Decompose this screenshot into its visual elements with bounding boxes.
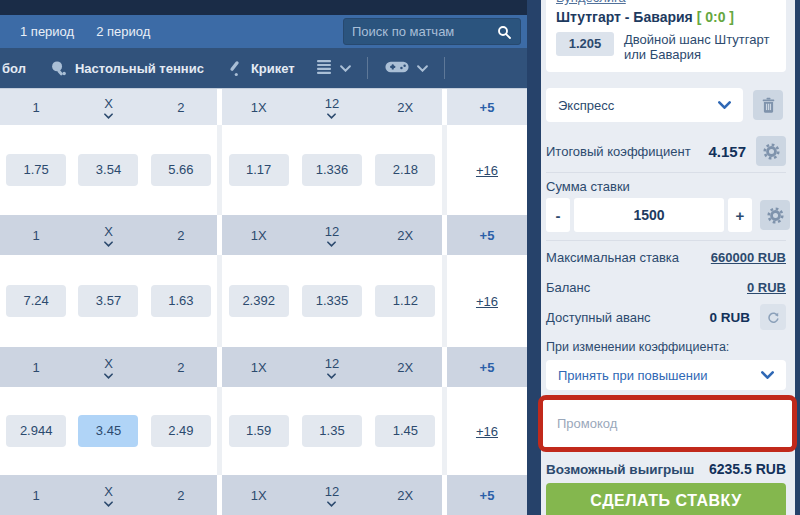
total-coef-value: 4.157 — [708, 143, 746, 160]
advance-row: Доступный аванс 0 RUB — [546, 303, 786, 331]
odds-group: 2.3921.3351.12 — [222, 255, 442, 347]
chevron-down-icon — [104, 113, 113, 119]
odd-button[interactable]: 2.49 — [151, 415, 211, 447]
market-header-2X[interactable]: 2X — [369, 488, 442, 503]
sport-item-table-tennis[interactable]: Настольный теннис — [50, 60, 204, 77]
market-header-label: 12 — [325, 356, 339, 371]
balance-value-link[interactable]: 0 RUB — [747, 280, 786, 295]
odd-button[interactable]: 7.24 — [6, 285, 66, 317]
chevron-down-icon — [327, 373, 336, 379]
header-group: +5 — [447, 89, 527, 125]
market-header-2[interactable]: 2 — [145, 488, 217, 503]
sport-label: Крикет — [251, 61, 295, 76]
league-link[interactable]: Бундеслига — [556, 0, 626, 5]
amount-plus-button[interactable]: + — [728, 198, 752, 232]
market-header-1X[interactable]: 1X — [222, 360, 295, 375]
market-header-1X[interactable]: 1X — [222, 488, 295, 503]
more-sports-menu[interactable] — [317, 60, 351, 77]
bet-mode-row: Экспресс — [546, 88, 786, 122]
more-markets-header[interactable]: +5 — [480, 228, 495, 243]
market-header-label: X — [104, 484, 113, 499]
more-odds-link[interactable]: +16 — [476, 294, 498, 309]
market-header-X[interactable]: X — [72, 356, 144, 379]
market-header-12[interactable]: 12 — [295, 96, 368, 119]
search-input[interactable] — [352, 24, 496, 39]
odd-button[interactable]: 2.944 — [6, 415, 66, 447]
promo-code-input[interactable] — [543, 400, 792, 447]
market-header-1[interactable]: 1 — [0, 360, 72, 375]
odd-button[interactable]: 1.17 — [229, 154, 289, 186]
market-header-X[interactable]: X — [72, 484, 144, 507]
bet-mode-select[interactable]: Экспресс — [546, 88, 743, 122]
odd-button[interactable]: 2.18 — [375, 154, 435, 186]
header-group: 1X2 — [0, 89, 217, 125]
odd-button[interactable]: 1.35 — [302, 415, 362, 447]
balance-label: Баланс — [546, 280, 590, 295]
place-bet-button[interactable]: СДЕЛАТЬ СТАВКУ — [546, 483, 786, 515]
app-root: 1 период 2 период бол Настольны — [0, 0, 800, 515]
market-header-2[interactable]: 2 — [145, 100, 217, 115]
sport-item-partial[interactable]: бол — [2, 61, 26, 76]
possible-win-value: 6235.5 RUB — [709, 461, 786, 477]
market-header-2X[interactable]: 2X — [369, 360, 442, 375]
market-header-X[interactable]: X — [72, 224, 144, 247]
refresh-advance-button[interactable] — [760, 304, 786, 330]
market-header-row: 1X21X122X+5 — [0, 89, 527, 125]
more-odds-link[interactable]: +16 — [476, 424, 498, 439]
gear-icon — [766, 206, 785, 225]
match-title: Штутгарт - Бавария [ 0:0 ] — [556, 9, 776, 25]
games-menu[interactable] — [384, 59, 428, 78]
odd-button[interactable]: 3.57 — [78, 285, 138, 317]
odd-button[interactable]: 1.59 — [229, 415, 289, 447]
market-header-1[interactable]: 1 — [0, 100, 72, 115]
more-markets-header[interactable]: +5 — [480, 488, 495, 503]
amount-settings-button[interactable] — [760, 200, 790, 230]
more-markets-header[interactable]: +5 — [480, 360, 495, 375]
market-header-12[interactable]: 12 — [295, 356, 368, 379]
max-bet-value-link[interactable]: 660000 RUB — [711, 250, 786, 265]
odd-button[interactable]: 1.63 — [151, 285, 211, 317]
header-group: 1X2 — [0, 347, 217, 387]
odd-button[interactable]: 1.12 — [375, 285, 435, 317]
market-header-2X[interactable]: 2X — [369, 100, 442, 115]
odd-button[interactable]: 1.336 — [302, 154, 362, 186]
odd-badge: 1.205 — [556, 32, 614, 56]
market-header-1[interactable]: 1 — [0, 488, 72, 503]
header-group: 1X122X — [222, 347, 442, 387]
market-header-label: 2X — [397, 360, 413, 375]
market-header-12[interactable]: 12 — [295, 224, 368, 247]
coef-change-select[interactable]: Принять при повышении — [546, 360, 786, 390]
amount-input[interactable] — [574, 198, 724, 232]
search-icon — [496, 24, 512, 40]
odd-button[interactable]: 1.335 — [302, 285, 362, 317]
chevron-down-icon — [327, 501, 336, 507]
more-odds-link[interactable]: +16 — [476, 163, 498, 178]
clear-slip-button[interactable] — [753, 90, 783, 120]
market-header-1X[interactable]: 1X — [222, 228, 295, 243]
advance-value: 0 RUB — [709, 310, 750, 325]
market-header-X[interactable]: X — [72, 96, 144, 119]
market-header-label: 2X — [397, 488, 413, 503]
tab-period-2[interactable]: 2 период — [96, 24, 150, 39]
coef-settings-button[interactable] — [756, 136, 786, 166]
market-header-12[interactable]: 12 — [295, 484, 368, 507]
header-group: 1X122X — [222, 215, 442, 255]
sport-item-cricket[interactable]: Крикет — [226, 60, 295, 77]
odd-button[interactable]: 3.45 — [78, 415, 138, 447]
market-header-1[interactable]: 1 — [0, 228, 72, 243]
more-markets-header[interactable]: +5 — [480, 100, 495, 115]
odd-button[interactable]: 1.45 — [375, 415, 435, 447]
bet-mode-value: Экспресс — [558, 98, 718, 113]
market-header-label: X — [104, 356, 113, 371]
market-header-2X[interactable]: 2X — [369, 228, 442, 243]
market-header-2[interactable]: 2 — [145, 228, 217, 243]
match-search[interactable] — [343, 18, 521, 45]
tab-period-1[interactable]: 1 период — [20, 24, 74, 39]
odd-button[interactable]: 2.392 — [229, 285, 289, 317]
market-header-1X[interactable]: 1X — [222, 100, 295, 115]
odd-button[interactable]: 3.54 — [78, 154, 138, 186]
odd-button[interactable]: 1.75 — [6, 154, 66, 186]
market-header-2[interactable]: 2 — [145, 360, 217, 375]
amount-minus-button[interactable]: - — [546, 198, 570, 232]
odd-button[interactable]: 5.66 — [151, 154, 211, 186]
